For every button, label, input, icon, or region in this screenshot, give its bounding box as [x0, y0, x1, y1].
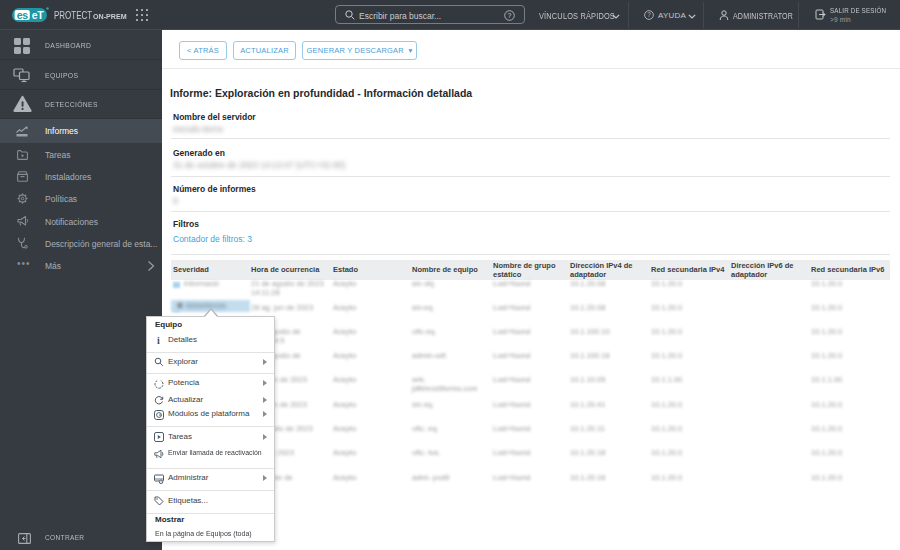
svg-text:i: i: [157, 335, 160, 345]
svg-text:es: es: [17, 9, 29, 21]
svg-text:eT: eT: [32, 9, 45, 21]
svg-text:?: ?: [508, 11, 512, 18]
svg-text:?: ?: [647, 11, 651, 18]
